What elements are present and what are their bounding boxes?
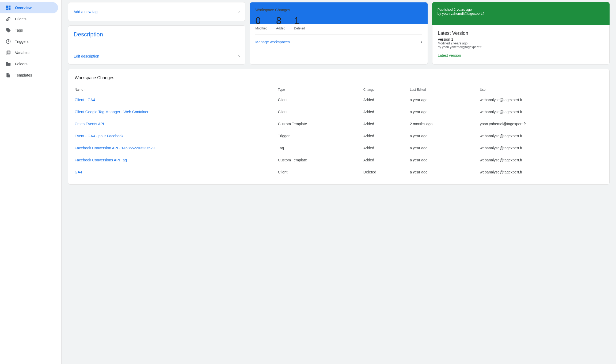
tags-icon [5, 27, 11, 33]
edit-desc-chevron-icon: › [238, 53, 240, 59]
add-tag-label: Add a new tag [74, 10, 98, 14]
ws-added-label: Added [276, 26, 286, 30]
overview-icon [5, 5, 11, 11]
triggers-icon [5, 39, 11, 44]
ws-modified-num: 0 [255, 15, 267, 26]
row-name-link[interactable]: Facebook Conversion API - 14685522032375… [75, 146, 155, 150]
sidebar-item-tags[interactable]: Tags [0, 25, 58, 36]
ws-deleted-num: 1 [294, 15, 305, 26]
edit-description-button[interactable]: Edit description › [74, 49, 240, 59]
latest-version-number: Version 1 [438, 37, 604, 41]
cell-name: Event - GA4 - pour Facebook [75, 130, 275, 142]
folders-icon [5, 61, 11, 67]
cell-name: Facebook Conversions API Tag [75, 154, 275, 166]
cell-type: Client [275, 166, 360, 178]
ws-stat-added: 8 Added [276, 15, 286, 30]
cell-name: Facebook Conversion API - 14685522032375… [75, 142, 275, 154]
col-user: User [477, 86, 603, 94]
table-body: Client - GA4ClientAddeda year agowebanal… [75, 94, 603, 178]
row-name-link[interactable]: Event - GA4 - pour Facebook [75, 134, 123, 138]
top-cards-row: Add a new tag › Description Edit descrip… [68, 0, 610, 65]
col-name[interactable]: Name ↑ [75, 86, 275, 94]
cell-last-edited: a year ago [406, 154, 477, 166]
variables-icon [5, 50, 11, 56]
cell-user: webanalyse@tagexpert.fr [477, 154, 603, 166]
edit-description-label: Edit description [74, 54, 99, 58]
published-text: Published 2 years ago by yoan.yahemdi@ta… [438, 7, 604, 16]
cell-user: webanalyse@tagexpert.fr [477, 130, 603, 142]
sidebar-item-variables[interactable]: Variables [0, 47, 58, 58]
cell-name: Criteo Events API [75, 118, 275, 130]
cell-last-edited: a year ago [406, 142, 477, 154]
main-content: Add a new tag › Description Edit descrip… [62, 0, 616, 364]
table-row: Client Google Tag Manager - Web Containe… [75, 106, 603, 118]
row-name-link[interactable]: Client Google Tag Manager - Web Containe… [75, 110, 149, 114]
sidebar-item-clients[interactable]: Clients [0, 13, 58, 25]
cell-last-edited: a year ago [406, 130, 477, 142]
cell-type: Custom Template [275, 118, 360, 130]
cell-change: Added [360, 94, 407, 106]
table-header: Name ↑ Type Change Last Edited User [75, 86, 603, 94]
cell-change: Added [360, 130, 407, 142]
table-row: Facebook Conversions API TagCustom Templ… [75, 154, 603, 166]
cell-type: Client [275, 106, 360, 118]
row-name-link[interactable]: Facebook Conversions API Tag [75, 158, 127, 162]
sidebar-item-folders-label: Folders [15, 62, 28, 66]
description-title: Description [74, 31, 240, 38]
table-row: Criteo Events APICustom TemplateAdded2 m… [75, 118, 603, 130]
sidebar-item-variables-label: Variables [15, 51, 30, 55]
cell-name: Client Google Tag Manager - Web Containe… [75, 106, 275, 118]
sidebar-item-triggers-label: Triggers [15, 39, 29, 44]
manage-workspaces-button[interactable]: Manage workspaces › [255, 35, 422, 45]
cell-user: webanalyse@tagexpert.fr [477, 94, 603, 106]
cell-user: webanalyse@tagexpert.fr [477, 166, 603, 178]
sidebar-item-clients-label: Clients [15, 17, 26, 21]
workspace-changes-table: Name ↑ Type Change Last Edited User [75, 86, 603, 178]
table-row: Event - GA4 - pour FacebookTriggerAddeda… [75, 130, 603, 142]
row-name-link[interactable]: Criteo Events API [75, 122, 104, 126]
sidebar: Overview Clients Tags Triggers Variables… [0, 0, 62, 364]
workspace-changes-section: Workspace Changes Name ↑ Type Change Las… [68, 69, 610, 185]
manage-ws-label: Manage workspaces [255, 40, 290, 44]
col-last-edited: Last Edited [406, 86, 477, 94]
row-name-link[interactable]: GA4 [75, 170, 82, 174]
add-tag-button[interactable]: Add a new tag › [74, 8, 240, 16]
sidebar-item-overview[interactable]: Overview [0, 2, 58, 13]
row-name-link[interactable]: Client - GA4 [75, 98, 95, 102]
cell-last-edited: a year ago [406, 94, 477, 106]
cell-type: Custom Template [275, 154, 360, 166]
ws-deleted-label: Deleted [294, 26, 305, 30]
workspace-changes-title: Workspace Changes [255, 8, 422, 12]
cell-last-edited: a year ago [406, 106, 477, 118]
cell-type: Trigger [275, 130, 360, 142]
description-card: Description Edit description › [68, 25, 245, 65]
table-row: Client - GA4ClientAddeda year agowebanal… [75, 94, 603, 106]
ws-modified-label: Modified [255, 26, 267, 30]
cell-last-edited: a year ago [406, 166, 477, 178]
cell-type: Client [275, 94, 360, 106]
templates-icon [5, 72, 11, 78]
latest-version-card: Latest Version Version 1 Modified 2 year… [432, 25, 610, 65]
col-type: Type [275, 86, 360, 94]
sidebar-item-templates-label: Templates [15, 73, 32, 77]
cell-change: Added [360, 154, 407, 166]
cell-name: GA4 [75, 166, 275, 178]
latest-version-link[interactable]: Latest version [438, 53, 604, 58]
workspace-stats: 0 Modified 8 Added 1 Deleted [255, 15, 422, 30]
sidebar-item-overview-label: Overview [15, 6, 32, 10]
sidebar-item-folders[interactable]: Folders [0, 58, 58, 70]
cell-change: Added [360, 106, 407, 118]
sidebar-item-tags-label: Tags [15, 28, 23, 32]
cell-last-edited: 2 months ago [406, 118, 477, 130]
sidebar-item-triggers[interactable]: Triggers [0, 36, 58, 47]
published-time: Published 2 years ago [438, 7, 604, 12]
col-change: Change [360, 86, 407, 94]
latest-version-title: Latest Version [438, 31, 604, 36]
ws-stat-modified: 0 Modified [255, 15, 267, 30]
sidebar-item-templates[interactable]: Templates [0, 70, 58, 81]
published-card: Published 2 years ago by yoan.yahemdi@ta… [432, 2, 610, 25]
cell-user: yoan.yahemdi@tagexpert.fr [477, 118, 603, 130]
latest-version-modified: Modified 2 years ago by yoan.yahemdi@tag… [438, 41, 604, 49]
published-by: by yoan.yahemdi@tagexpert.fr [438, 12, 604, 16]
add-tag-card: Add a new tag › [68, 2, 245, 21]
